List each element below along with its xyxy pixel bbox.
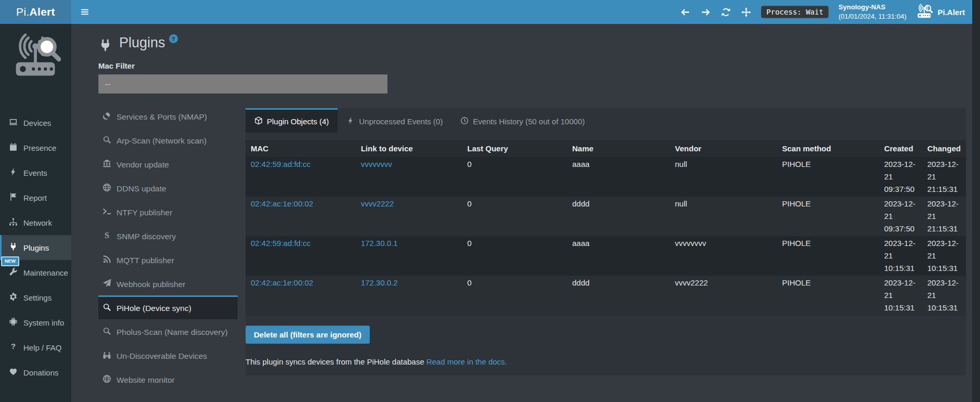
host-info: Synology-NAS (01/01/2024, 11:31:04)	[839, 3, 907, 21]
sidebar-item-label: Presence	[23, 144, 56, 152]
sitemap-icon	[9, 217, 18, 228]
app-name: Pi.Alert	[937, 8, 965, 17]
brand-logo[interactable]: Pi.Alert	[0, 0, 71, 24]
sidebar-item-label: Devices	[23, 119, 51, 127]
page-header: Plugins ?	[98, 35, 966, 51]
cell-mac: 02:42:ac:1e:00:02	[246, 197, 356, 236]
sidebar-item-presence[interactable]: Presence	[0, 135, 71, 160]
sidebar-item-label: Plugins	[23, 243, 49, 252]
sidebar-item-label: Settings	[23, 293, 51, 302]
cube-icon	[254, 116, 263, 126]
router-magnifier-logo-icon	[11, 33, 61, 83]
device-link[interactable]: 172.30.0.1	[361, 239, 398, 248]
arrow-right-button[interactable]	[700, 7, 711, 17]
search-icon	[102, 303, 111, 314]
host-timestamp: (01/01/2024, 11:31:04)	[839, 12, 907, 21]
column-header-changed: Changed	[922, 140, 966, 157]
sidebar-item-report[interactable]: Report	[0, 185, 71, 210]
mac-link[interactable]: 02:42:ac:1e:00:02	[251, 199, 313, 208]
sidebar-toggle-button[interactable]	[71, 0, 98, 24]
tab-label: Plugin Objects (4)	[267, 117, 329, 126]
refresh-button[interactable]	[720, 7, 731, 17]
sidebar-item-events[interactable]: Events	[0, 160, 71, 185]
column-header-last-query: Last Query	[462, 140, 567, 157]
cell-changed: 2023-12-21 10:15:31	[922, 276, 966, 315]
question-icon: ?	[9, 342, 18, 353]
device-link[interactable]: vvvv2222	[361, 199, 394, 208]
plugin-nav-item-website-monitor[interactable]: Website monitor	[98, 367, 238, 391]
cell-created: 2023-12-21 09:37:50	[879, 157, 922, 197]
cell-link: 172.30.0.1	[356, 236, 462, 276]
page-scrollbar[interactable]	[972, 0, 980, 402]
sidebar-item-devices[interactable]: Devices	[0, 110, 71, 135]
help-badge[interactable]: ?	[169, 34, 178, 43]
read-more-link[interactable]: Read more in the docs.	[427, 357, 507, 366]
refresh-icon	[721, 7, 731, 17]
sidebar-item-network[interactable]: Network	[0, 210, 71, 235]
new-badge: NEW	[1, 256, 19, 266]
mac-link[interactable]: 02:42:59:ad:fd:cc	[251, 239, 311, 248]
plugin-nav-item-services-ports-nmap[interactable]: Services & Ports (NMAP)	[98, 104, 238, 128]
bank-icon	[102, 159, 111, 170]
cell-scan-method: PIHOLE	[777, 197, 879, 236]
plugin-nav-item-snmp-discovery[interactable]: SSNMP discovery	[98, 224, 238, 248]
sidebar-item-help-faq[interactable]: ?Help / FAQ	[0, 335, 71, 360]
plugin-nav-label: SNMP discovery	[117, 232, 176, 241]
mac-link[interactable]: 02:42:ac:1e:00:02	[251, 278, 313, 287]
svg-text:S: S	[105, 231, 109, 240]
app-badge: Pi.Alert	[916, 4, 965, 20]
move-icon	[741, 7, 751, 17]
table-row: 02:42:ac:1e:00:02vvvv22220ddddnullPIHOLE…	[246, 197, 966, 236]
delete-all-button[interactable]: Delete all (filters are ignored)	[246, 326, 370, 344]
mac-filter-input[interactable]	[98, 74, 388, 94]
gear-icon	[9, 292, 18, 303]
topbar-nav-icons	[680, 7, 751, 17]
plugin-nav-item-webhook-publisher[interactable]: Webhook publisher	[98, 271, 238, 295]
arrow-left-icon	[680, 7, 690, 17]
bolt-icon	[346, 116, 355, 126]
plug-icon	[98, 37, 112, 51]
cell-mac: 02:42:ac:1e:00:02	[246, 276, 356, 315]
tab-events-history-50-out-of-10000[interactable]: Events History (50 out of 10000)	[452, 108, 594, 133]
cell-created: 2023-12-21 10:15:31	[879, 236, 922, 276]
tab-unprocessed-events-0[interactable]: Unprocessed Events (0)	[338, 108, 452, 133]
brand-prefix: Pi.	[16, 6, 29, 18]
cell-last-query: 0	[462, 157, 567, 197]
content-area: Plugins ? Mac Filter Services & Ports (N…	[71, 24, 972, 402]
plugin-nav-item-ddns-update[interactable]: DDNS update	[98, 176, 238, 200]
arrow-left-button[interactable]	[680, 7, 690, 17]
sidebar-item-system-info[interactable]: System info	[0, 310, 71, 335]
device-link[interactable]: vvvvvvvv	[361, 160, 392, 168]
column-header-link-to-device: Link to device	[356, 140, 462, 157]
mac-link[interactable]: 02:42:59:ad:fd:cc	[251, 160, 311, 168]
brand-suffix: Alert	[30, 6, 55, 18]
cell-name: dddd	[567, 276, 670, 315]
plugin-nav-item-arp-scan-network-scan[interactable]: Arp-Scan (Network scan)	[98, 128, 238, 152]
move-button[interactable]	[741, 7, 751, 17]
plugin-nav-item-pihole-device-sync[interactable]: PiHole (Device sync)	[98, 295, 238, 319]
plugin-nav-item-mqtt-publisher[interactable]: MQTT publisher	[98, 248, 238, 271]
plugin-nav-item-ntfy-publisher[interactable]: NTFY publisher	[98, 200, 238, 224]
plugin-nav-label: NTFY publisher	[117, 208, 172, 217]
arrow-right-icon	[701, 7, 711, 17]
plugin-nav-item-pholus-scan-name-discovery[interactable]: Pholus-Scan (Name discovery)	[98, 319, 238, 343]
menu-icon	[80, 7, 89, 17]
globe-icon	[102, 374, 111, 385]
device-link[interactable]: 172.30.0.2	[361, 278, 398, 287]
plugin-nav-item-vendor-update[interactable]: Vendor update	[98, 152, 238, 176]
cell-vendor: null	[670, 197, 777, 236]
router-icon	[916, 4, 933, 20]
cell-created: 2023-12-21 09:37:50	[879, 197, 922, 236]
sidebar-item-donations[interactable]: Donations	[0, 360, 71, 385]
sidebar-logo	[0, 24, 71, 93]
tab-plugin-objects-4[interactable]: Plugin Objects (4)	[246, 108, 338, 133]
column-header-vendor: Vendor	[670, 140, 777, 157]
sidebar-item-maintenance[interactable]: NEWMaintenance	[0, 260, 71, 285]
plugin-nav-item-un-discoverable-devices[interactable]: Un-Discoverable Devices	[98, 343, 238, 367]
terminal-icon	[102, 207, 111, 218]
plugin-description-text: This plugin syncs devices from the PiHol…	[246, 357, 424, 366]
cell-scan-method: PIHOLE	[777, 236, 879, 276]
cell-vendor: vvvvvvvv	[670, 236, 777, 276]
sidebar-item-settings[interactable]: Settings	[0, 285, 71, 310]
heart-icon	[9, 367, 18, 378]
